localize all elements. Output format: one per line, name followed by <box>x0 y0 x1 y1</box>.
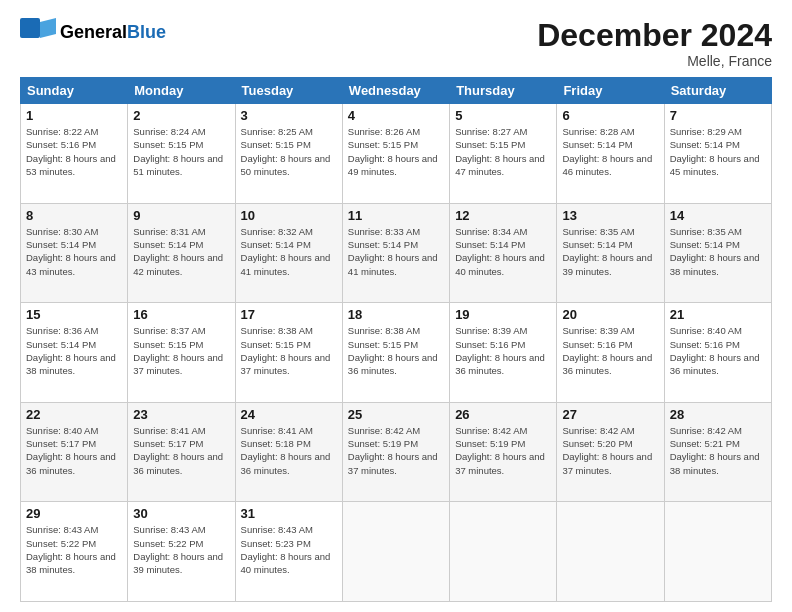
day-number: 9 <box>133 208 229 223</box>
calendar-body: 1 Sunrise: 8:22 AMSunset: 5:16 PMDayligh… <box>21 104 772 602</box>
day-number: 30 <box>133 506 229 521</box>
cell-text: Sunrise: 8:43 AMSunset: 5:22 PMDaylight:… <box>26 524 116 575</box>
cell-text: Sunrise: 8:42 AMSunset: 5:19 PMDaylight:… <box>348 425 438 476</box>
calendar-cell: 31 Sunrise: 8:43 AMSunset: 5:23 PMDaylig… <box>235 502 342 602</box>
day-number: 3 <box>241 108 337 123</box>
day-number: 27 <box>562 407 658 422</box>
day-number: 15 <box>26 307 122 322</box>
day-number: 1 <box>26 108 122 123</box>
week-row-4: 22 Sunrise: 8:40 AMSunset: 5:17 PMDaylig… <box>21 402 772 502</box>
calendar-cell: 12 Sunrise: 8:34 AMSunset: 5:14 PMDaylig… <box>450 203 557 303</box>
calendar-cell: 6 Sunrise: 8:28 AMSunset: 5:14 PMDayligh… <box>557 104 664 204</box>
calendar-cell: 3 Sunrise: 8:25 AMSunset: 5:15 PMDayligh… <box>235 104 342 204</box>
month-title: December 2024 <box>537 18 772 53</box>
cell-text: Sunrise: 8:40 AMSunset: 5:16 PMDaylight:… <box>670 325 760 376</box>
calendar-cell: 25 Sunrise: 8:42 AMSunset: 5:19 PMDaylig… <box>342 402 449 502</box>
calendar-cell: 23 Sunrise: 8:41 AMSunset: 5:17 PMDaylig… <box>128 402 235 502</box>
logo: GeneralBlue <box>20 18 166 48</box>
cell-text: Sunrise: 8:42 AMSunset: 5:19 PMDaylight:… <box>455 425 545 476</box>
cell-text: Sunrise: 8:37 AMSunset: 5:15 PMDaylight:… <box>133 325 223 376</box>
cell-text: Sunrise: 8:26 AMSunset: 5:15 PMDaylight:… <box>348 126 438 177</box>
calendar-cell <box>664 502 771 602</box>
day-number: 2 <box>133 108 229 123</box>
day-number: 4 <box>348 108 444 123</box>
calendar-cell <box>557 502 664 602</box>
calendar-cell: 2 Sunrise: 8:24 AMSunset: 5:15 PMDayligh… <box>128 104 235 204</box>
svg-rect-0 <box>20 18 40 38</box>
calendar-cell: 29 Sunrise: 8:43 AMSunset: 5:22 PMDaylig… <box>21 502 128 602</box>
calendar-cell: 30 Sunrise: 8:43 AMSunset: 5:22 PMDaylig… <box>128 502 235 602</box>
cell-text: Sunrise: 8:30 AMSunset: 5:14 PMDaylight:… <box>26 226 116 277</box>
col-header-friday: Friday <box>557 78 664 104</box>
col-header-sunday: Sunday <box>21 78 128 104</box>
cell-text: Sunrise: 8:35 AMSunset: 5:14 PMDaylight:… <box>670 226 760 277</box>
day-number: 16 <box>133 307 229 322</box>
cell-text: Sunrise: 8:39 AMSunset: 5:16 PMDaylight:… <box>562 325 652 376</box>
svg-marker-1 <box>40 18 56 38</box>
day-number: 25 <box>348 407 444 422</box>
col-header-saturday: Saturday <box>664 78 771 104</box>
cell-text: Sunrise: 8:29 AMSunset: 5:14 PMDaylight:… <box>670 126 760 177</box>
cell-text: Sunrise: 8:31 AMSunset: 5:14 PMDaylight:… <box>133 226 223 277</box>
week-row-2: 8 Sunrise: 8:30 AMSunset: 5:14 PMDayligh… <box>21 203 772 303</box>
location: Melle, France <box>537 53 772 69</box>
day-number: 20 <box>562 307 658 322</box>
day-number: 22 <box>26 407 122 422</box>
page: GeneralBlue December 2024 Melle, France … <box>0 0 792 612</box>
cell-text: Sunrise: 8:34 AMSunset: 5:14 PMDaylight:… <box>455 226 545 277</box>
day-number: 6 <box>562 108 658 123</box>
calendar-cell: 19 Sunrise: 8:39 AMSunset: 5:16 PMDaylig… <box>450 303 557 403</box>
cell-text: Sunrise: 8:38 AMSunset: 5:15 PMDaylight:… <box>241 325 331 376</box>
cell-text: Sunrise: 8:28 AMSunset: 5:14 PMDaylight:… <box>562 126 652 177</box>
cell-text: Sunrise: 8:38 AMSunset: 5:15 PMDaylight:… <box>348 325 438 376</box>
day-number: 7 <box>670 108 766 123</box>
day-number: 5 <box>455 108 551 123</box>
cell-text: Sunrise: 8:24 AMSunset: 5:15 PMDaylight:… <box>133 126 223 177</box>
calendar-cell: 5 Sunrise: 8:27 AMSunset: 5:15 PMDayligh… <box>450 104 557 204</box>
calendar-cell <box>450 502 557 602</box>
calendar-cell: 8 Sunrise: 8:30 AMSunset: 5:14 PMDayligh… <box>21 203 128 303</box>
calendar-table: SundayMondayTuesdayWednesdayThursdayFrid… <box>20 77 772 602</box>
header: GeneralBlue December 2024 Melle, France <box>20 18 772 69</box>
logo-blue: Blue <box>127 22 166 42</box>
calendar-cell <box>342 502 449 602</box>
day-number: 10 <box>241 208 337 223</box>
col-header-monday: Monday <box>128 78 235 104</box>
calendar-cell: 10 Sunrise: 8:32 AMSunset: 5:14 PMDaylig… <box>235 203 342 303</box>
calendar-cell: 24 Sunrise: 8:41 AMSunset: 5:18 PMDaylig… <box>235 402 342 502</box>
cell-text: Sunrise: 8:25 AMSunset: 5:15 PMDaylight:… <box>241 126 331 177</box>
cell-text: Sunrise: 8:39 AMSunset: 5:16 PMDaylight:… <box>455 325 545 376</box>
calendar-cell: 17 Sunrise: 8:38 AMSunset: 5:15 PMDaylig… <box>235 303 342 403</box>
cell-text: Sunrise: 8:41 AMSunset: 5:18 PMDaylight:… <box>241 425 331 476</box>
calendar-cell: 20 Sunrise: 8:39 AMSunset: 5:16 PMDaylig… <box>557 303 664 403</box>
calendar-header: SundayMondayTuesdayWednesdayThursdayFrid… <box>21 78 772 104</box>
week-row-5: 29 Sunrise: 8:43 AMSunset: 5:22 PMDaylig… <box>21 502 772 602</box>
day-number: 8 <box>26 208 122 223</box>
calendar-cell: 18 Sunrise: 8:38 AMSunset: 5:15 PMDaylig… <box>342 303 449 403</box>
calendar-cell: 15 Sunrise: 8:36 AMSunset: 5:14 PMDaylig… <box>21 303 128 403</box>
title-section: December 2024 Melle, France <box>537 18 772 69</box>
calendar-cell: 13 Sunrise: 8:35 AMSunset: 5:14 PMDaylig… <box>557 203 664 303</box>
cell-text: Sunrise: 8:42 AMSunset: 5:21 PMDaylight:… <box>670 425 760 476</box>
day-number: 28 <box>670 407 766 422</box>
calendar-cell: 22 Sunrise: 8:40 AMSunset: 5:17 PMDaylig… <box>21 402 128 502</box>
logo-icon <box>20 18 56 48</box>
day-number: 26 <box>455 407 551 422</box>
calendar-cell: 26 Sunrise: 8:42 AMSunset: 5:19 PMDaylig… <box>450 402 557 502</box>
col-header-wednesday: Wednesday <box>342 78 449 104</box>
cell-text: Sunrise: 8:32 AMSunset: 5:14 PMDaylight:… <box>241 226 331 277</box>
calendar-cell: 1 Sunrise: 8:22 AMSunset: 5:16 PMDayligh… <box>21 104 128 204</box>
cell-text: Sunrise: 8:42 AMSunset: 5:20 PMDaylight:… <box>562 425 652 476</box>
logo-general: General <box>60 22 127 42</box>
col-header-thursday: Thursday <box>450 78 557 104</box>
week-row-1: 1 Sunrise: 8:22 AMSunset: 5:16 PMDayligh… <box>21 104 772 204</box>
cell-text: Sunrise: 8:33 AMSunset: 5:14 PMDaylight:… <box>348 226 438 277</box>
calendar-cell: 21 Sunrise: 8:40 AMSunset: 5:16 PMDaylig… <box>664 303 771 403</box>
cell-text: Sunrise: 8:43 AMSunset: 5:22 PMDaylight:… <box>133 524 223 575</box>
day-number: 17 <box>241 307 337 322</box>
col-header-tuesday: Tuesday <box>235 78 342 104</box>
calendar-cell: 28 Sunrise: 8:42 AMSunset: 5:21 PMDaylig… <box>664 402 771 502</box>
day-number: 12 <box>455 208 551 223</box>
cell-text: Sunrise: 8:36 AMSunset: 5:14 PMDaylight:… <box>26 325 116 376</box>
calendar-cell: 16 Sunrise: 8:37 AMSunset: 5:15 PMDaylig… <box>128 303 235 403</box>
